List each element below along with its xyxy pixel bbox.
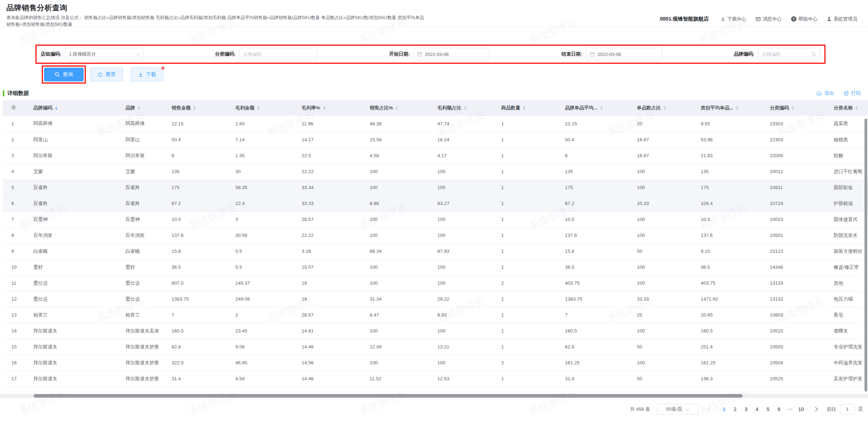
prev-page-button[interactable] xyxy=(708,407,712,411)
column-header[interactable]: 品牌 xyxy=(120,100,166,116)
sort-carets[interactable] xyxy=(138,106,140,110)
goto-page-input[interactable] xyxy=(840,404,855,414)
sort-carets[interactable] xyxy=(257,106,260,110)
annotation-filter-highlight: 店组编码: 1.按规模区分 分类编码: 开始日期: xyxy=(35,45,825,64)
table-cell: 100 xyxy=(432,259,495,275)
table-row[interactable]: 9白家碗白家碗15.80.53.1686.3487.93115.8509.152… xyxy=(3,243,868,259)
table-cell: 百雀羚 xyxy=(120,180,166,195)
table-cell: 67.2 xyxy=(559,195,631,211)
store-group-filter: 店组编码: 1.按规模区分 xyxy=(41,48,143,61)
table-row[interactable]: 1阿高师傅阿高师傅22.152.6511.9646.3847.74122.152… xyxy=(3,116,868,132)
sort-carets[interactable] xyxy=(193,106,196,110)
horizontal-scrollbar-thumb[interactable] xyxy=(34,394,743,398)
table-cell: 100 xyxy=(631,275,695,291)
reset-button[interactable]: 重置 xyxy=(90,68,123,81)
sort-carets[interactable] xyxy=(791,106,794,110)
page-size-select[interactable]: 50条/页 xyxy=(657,404,699,415)
table-row[interactable]: 3阿尔卑斯阿尔卑斯61.3522.54.584.171616.6721.8322… xyxy=(3,148,868,164)
table-row[interactable]: 8百年润发百年润发137.630.5822.221001001137.61001… xyxy=(3,227,868,243)
table-cell: 53.98 xyxy=(695,132,764,148)
store-group-select[interactable]: 1.按规模区分 xyxy=(65,48,143,61)
column-settings-gear-icon[interactable] xyxy=(3,100,28,116)
column-header[interactable]: 分类名称 xyxy=(828,100,868,116)
row-index-cell: 13 xyxy=(3,307,28,323)
table-row[interactable]: 13柏资兰柏资兰7228.578.476.93172520.6510603香皂 xyxy=(3,307,868,323)
table-row[interactable]: 11爱仕达爱仕达807.5145.37181001002403.75100403… xyxy=(3,275,868,291)
table-cell: 百年润发 xyxy=(120,227,166,243)
table-cell: 100 xyxy=(432,355,495,371)
menu-admin-user[interactable]: 系统管理员 xyxy=(827,16,858,22)
next-page-button[interactable] xyxy=(813,407,818,411)
column-header[interactable]: 销售金额 xyxy=(166,100,230,116)
column-header[interactable]: 毛利金额 xyxy=(230,100,296,116)
download-button[interactable]: 下载 xyxy=(131,68,163,81)
table-row[interactable]: 6百雀羚百雀羚67.222.433.336.8683.27167.233.333… xyxy=(3,195,868,211)
page-number[interactable]: 5 xyxy=(763,406,773,412)
menu-message-center[interactable]: 消息中心 xyxy=(756,16,782,22)
column-header[interactable]: 类别平均单品... xyxy=(695,100,764,116)
page-number[interactable]: 6 xyxy=(774,406,784,412)
table-cell: 白家碗 xyxy=(28,243,120,259)
horizontal-scrollbar[interactable] xyxy=(0,394,868,398)
table-row[interactable]: 10爱好爱好36.55.515.07100100136.510036.51434… xyxy=(3,259,868,275)
sort-carets[interactable] xyxy=(323,106,326,110)
sort-carets[interactable] xyxy=(600,106,603,110)
sort-carets[interactable] xyxy=(855,106,858,110)
sort-carets[interactable] xyxy=(464,106,467,110)
column-header[interactable]: 品牌单品平均... xyxy=(559,100,631,116)
export-button[interactable]: 导出 xyxy=(816,90,834,97)
table-cell: 62.8 xyxy=(559,339,631,355)
column-header[interactable]: 销售占比% xyxy=(364,100,432,116)
start-date-input[interactable] xyxy=(425,52,486,57)
table-cell: 50 xyxy=(631,371,695,387)
column-header[interactable]: 品牌编码 xyxy=(28,100,120,116)
topbar: 品牌销售分析查询 查询各品牌的销售汇总情况 涉及公式： 销售额占比=品牌销售额/… xyxy=(0,0,868,27)
menu-download-center[interactable]: 下载中心 xyxy=(721,16,746,22)
column-header[interactable]: 单品数占比 xyxy=(631,100,695,116)
page-number[interactable]: 10 xyxy=(796,406,806,412)
column-header[interactable]: 毛利率% xyxy=(296,100,364,116)
table-row[interactable]: 12爱仕达爱仕达1383.75249.061831.3429.2211383.7… xyxy=(3,291,868,307)
category-code-input[interactable] xyxy=(243,52,313,57)
print-button[interactable]: 打印 xyxy=(844,90,861,97)
sort-carets[interactable] xyxy=(736,106,739,110)
section-title: 详细数据 xyxy=(7,90,29,97)
table-cell: 29.22 xyxy=(432,291,495,307)
sort-carets[interactable] xyxy=(663,106,666,110)
table-row[interactable]: 7百爱神百爱神10.5328.57100100110.510010.510023… xyxy=(3,211,868,227)
table-row[interactable]: 2阿里山阿里山50.47.1414.1715.5616.24150.416.67… xyxy=(3,132,868,148)
table-row[interactable]: 15拜尔斯道夫拜尔斯道夫舒蕾62.89.0814.4612.4913.21162… xyxy=(3,339,868,355)
column-header[interactable]: 商品数量 xyxy=(495,100,559,116)
table-cell: 25 xyxy=(631,307,695,323)
page-number[interactable]: 4 xyxy=(752,406,762,412)
sort-carets[interactable] xyxy=(523,106,526,110)
table-cell: 135 xyxy=(559,164,631,180)
table-cell: 50 xyxy=(631,339,695,355)
table-row[interactable]: 4艾蒙艾蒙1353022.22100100113510013520012进口干红… xyxy=(3,164,868,180)
table-row[interactable]: 14拜尔斯道夫拜尔斯道夫美涛160.523.4514.611001001160.… xyxy=(3,323,868,339)
table-cell: 1.35 xyxy=(230,148,296,164)
page-number[interactable]: 3 xyxy=(741,406,751,412)
table-cell: 3.16 xyxy=(296,243,364,259)
query-button[interactable]: 查询 xyxy=(44,68,84,81)
table-row[interactable]: 17拜尔斯道夫拜尔斯道夫舒蕾31.44.5414.4611.5212.53131… xyxy=(3,371,868,387)
column-header[interactable]: 毛利额占比 xyxy=(432,100,495,116)
brand-code-input[interactable] xyxy=(762,52,809,57)
column-header[interactable]: 分类编码 xyxy=(764,100,828,116)
table-cell: 100 xyxy=(364,227,432,243)
vertical-scrollbar-thumb[interactable] xyxy=(864,119,867,392)
table-cell: 1 xyxy=(495,371,559,387)
table-cell: 6.86 xyxy=(364,195,432,211)
end-date-input[interactable] xyxy=(598,52,658,57)
menu-help-center[interactable]: ?帮助中心 xyxy=(791,16,818,22)
table-cell: 电压力锅 xyxy=(828,291,868,307)
table-cell: 2 xyxy=(495,355,559,371)
sort-carets[interactable] xyxy=(396,106,398,110)
table-row[interactable]: 5百雀羚百雀羚17558.3533.3410010011751001751081… xyxy=(3,180,868,195)
table-cell: 1 xyxy=(495,116,559,132)
page-number[interactable]: 1 xyxy=(719,406,729,412)
table-cell: 135 xyxy=(695,164,764,180)
table-row[interactable]: 16拜尔斯道夫拜尔斯道夫舒蕾322.546.9514.561001002161.… xyxy=(3,355,868,371)
sort-carets[interactable] xyxy=(55,106,58,110)
page-number[interactable]: 2 xyxy=(730,406,740,412)
